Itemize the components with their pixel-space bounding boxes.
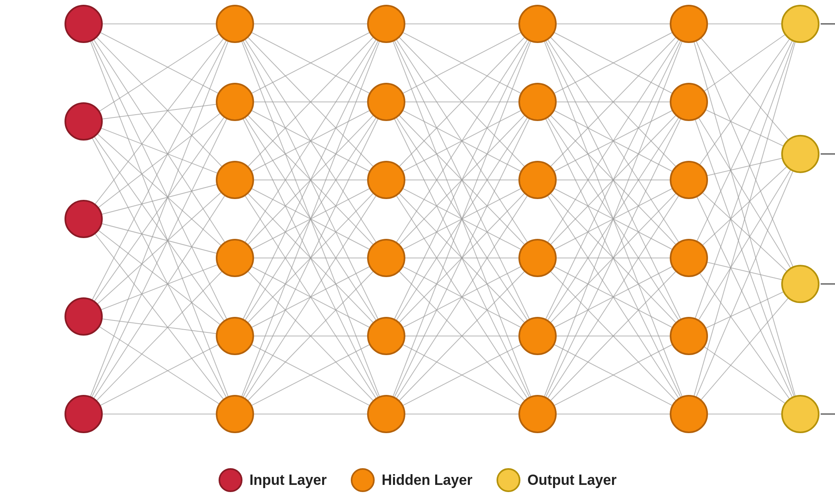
svg-point-193 — [782, 266, 819, 302]
svg-line-18 — [84, 24, 235, 316]
legend-circle-input — [218, 468, 242, 492]
svg-point-180 — [519, 84, 556, 120]
svg-point-174 — [368, 84, 405, 120]
svg-point-175 — [368, 162, 405, 198]
svg-line-28 — [84, 336, 235, 414]
legend-item-output: Output Layer — [497, 468, 617, 492]
svg-line-2 — [84, 24, 235, 180]
svg-line-6 — [84, 24, 235, 121]
svg-line-25 — [84, 102, 235, 414]
svg-point-190 — [671, 396, 707, 432]
svg-point-187 — [671, 162, 707, 198]
legend-circle-output — [497, 468, 520, 492]
svg-point-171 — [217, 318, 253, 354]
connections-group — [84, 24, 800, 414]
svg-point-194 — [782, 396, 819, 432]
svg-line-21 — [84, 258, 235, 316]
svg-line-4 — [84, 24, 235, 336]
svg-point-191 — [782, 6, 819, 42]
svg-line-150 — [689, 24, 800, 258]
svg-line-27 — [84, 258, 235, 414]
arrows-group — [821, 20, 835, 418]
svg-point-163 — [65, 103, 102, 140]
svg-point-179 — [519, 6, 556, 42]
svg-line-160 — [689, 284, 800, 414]
network-svg — [0, 0, 835, 438]
neural-network-diagram: Input Layer Hidden Layer Output Layer — [0, 0, 835, 504]
svg-line-15 — [84, 219, 235, 258]
svg-point-185 — [671, 6, 707, 42]
svg-line-151 — [689, 154, 800, 258]
svg-point-181 — [519, 162, 556, 198]
svg-line-10 — [84, 121, 235, 336]
legend-label-hidden: Hidden Layer — [381, 472, 472, 488]
svg-point-178 — [368, 396, 405, 432]
svg-point-173 — [368, 6, 405, 42]
svg-point-183 — [519, 318, 556, 354]
svg-line-8 — [84, 121, 235, 180]
svg-line-22 — [84, 316, 235, 336]
svg-line-13 — [84, 102, 235, 219]
svg-line-3 — [84, 24, 235, 258]
svg-point-168 — [217, 84, 253, 120]
svg-line-139 — [689, 24, 800, 154]
legend-label-input: Input Layer — [249, 472, 327, 488]
svg-point-169 — [217, 162, 253, 198]
svg-point-176 — [368, 240, 405, 276]
svg-line-149 — [689, 180, 800, 414]
svg-point-177 — [368, 318, 405, 354]
svg-line-7 — [84, 102, 235, 121]
svg-point-167 — [217, 6, 253, 42]
svg-point-182 — [519, 240, 556, 276]
legend-item-hidden: Hidden Layer — [350, 468, 472, 492]
svg-point-188 — [671, 240, 707, 276]
svg-line-26 — [84, 180, 235, 414]
svg-point-170 — [217, 240, 253, 276]
svg-line-148 — [689, 180, 800, 284]
svg-line-19 — [84, 102, 235, 316]
svg-point-165 — [65, 298, 102, 335]
svg-point-164 — [65, 201, 102, 237]
svg-point-186 — [671, 84, 707, 120]
svg-line-23 — [84, 316, 235, 414]
svg-line-16 — [84, 219, 235, 336]
svg-point-166 — [65, 396, 102, 432]
svg-line-11 — [84, 121, 235, 414]
svg-line-14 — [84, 180, 235, 219]
legend-item-input: Input Layer — [218, 468, 327, 492]
svg-point-184 — [519, 396, 556, 432]
svg-point-162 — [65, 6, 102, 42]
svg-line-1 — [84, 24, 235, 102]
legend-circle-hidden — [350, 468, 374, 492]
svg-point-192 — [782, 136, 819, 172]
legend: Input Layer Hidden Layer Output Layer — [218, 468, 616, 492]
svg-point-189 — [671, 318, 707, 354]
svg-point-172 — [217, 396, 253, 432]
legend-label-output: Output Layer — [528, 472, 617, 488]
